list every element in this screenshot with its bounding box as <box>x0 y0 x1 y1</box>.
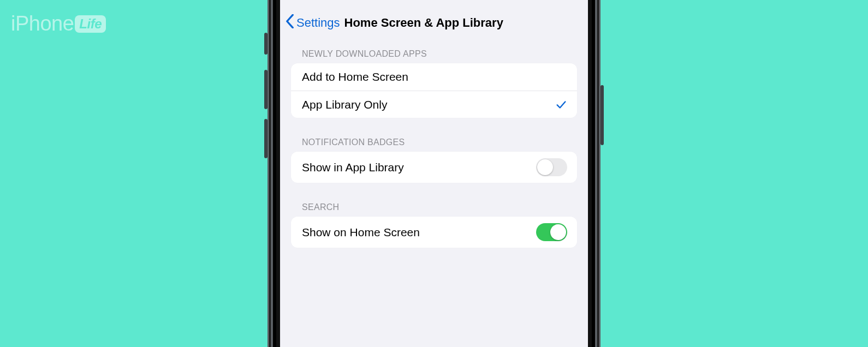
volume-up-button <box>264 70 267 109</box>
mute-switch <box>264 33 267 55</box>
section-header-search: SEARCH <box>291 196 577 217</box>
back-button[interactable]: Settings <box>286 14 340 32</box>
row-show-on-home-screen: Show on Home Screen <box>291 217 577 248</box>
group-notification-badges: Show in App Library <box>291 152 577 183</box>
phone-frame: Settings Home Screen & App Library NEWLY… <box>267 0 601 347</box>
chevron-left-icon <box>286 14 296 32</box>
option-label: App Library Only <box>302 98 387 111</box>
page-title: Home Screen & App Library <box>344 16 503 30</box>
group-search: Show on Home Screen <box>291 217 577 248</box>
toggle-knob <box>550 224 566 240</box>
phone-body: Settings Home Screen & App Library NEWLY… <box>267 0 601 347</box>
section-header-notification-badges: NOTIFICATION BADGES <box>291 131 577 152</box>
checkmark-icon <box>555 99 567 111</box>
row-label: Show on Home Screen <box>302 226 420 239</box>
navigation-bar: Settings Home Screen & App Library <box>280 8 588 38</box>
option-add-to-home-screen[interactable]: Add to Home Screen <box>291 63 577 91</box>
watermark-prefix: iPhone <box>11 12 74 35</box>
phone-screen: Settings Home Screen & App Library NEWLY… <box>280 0 588 347</box>
back-label: Settings <box>296 16 340 30</box>
option-label: Add to Home Screen <box>302 70 408 83</box>
watermark-suffix: Life <box>75 15 106 33</box>
side-button <box>601 85 604 145</box>
volume-down-button <box>264 119 267 158</box>
option-app-library-only[interactable]: App Library Only <box>291 91 577 118</box>
toggle-show-in-app-library[interactable] <box>536 158 567 176</box>
row-label: Show in App Library <box>302 161 404 174</box>
section-header-newly-downloaded: NEWLY DOWNLOADED APPS <box>291 43 577 63</box>
settings-content: NEWLY DOWNLOADED APPS Add to Home Screen… <box>280 39 588 248</box>
toggle-knob <box>537 159 553 175</box>
row-show-in-app-library: Show in App Library <box>291 152 577 183</box>
iphonelife-watermark: iPhone Life <box>11 12 106 35</box>
group-newly-downloaded: Add to Home Screen App Library Only <box>291 63 577 118</box>
toggle-show-on-home-screen[interactable] <box>536 223 567 241</box>
